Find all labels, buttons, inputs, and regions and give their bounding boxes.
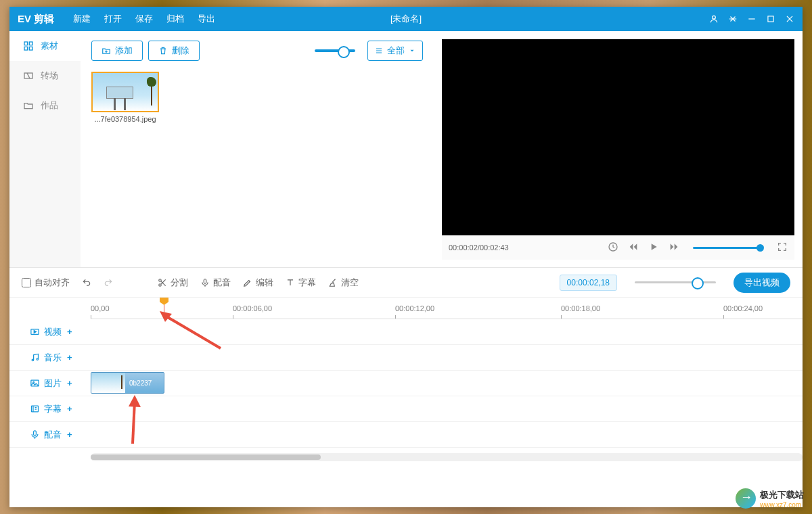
redo-button[interactable] xyxy=(104,278,113,287)
clear-button[interactable]: 清空 xyxy=(328,277,359,289)
filter-dropdown[interactable]: 全部 xyxy=(367,41,423,61)
subtitle-icon xyxy=(30,404,40,414)
timeline-timecode: 00:00:02,18 xyxy=(560,275,617,291)
settings-icon[interactable] xyxy=(728,14,738,24)
fullscreen-button[interactable] xyxy=(777,241,788,254)
svg-rect-4 xyxy=(24,47,28,50)
scissors-icon xyxy=(158,278,167,287)
track-label-subtitle: 字幕 xyxy=(44,403,62,415)
track-label-music: 音乐 xyxy=(44,352,62,364)
svg-rect-2 xyxy=(24,42,28,45)
track-dub: 配音 + xyxy=(9,422,803,448)
player-controls: 00:00:02/00:02:43 xyxy=(442,235,794,260)
subtitle-button[interactable]: 字幕 xyxy=(286,277,316,289)
media-thumbnail xyxy=(91,72,159,112)
transition-icon xyxy=(23,70,34,81)
dub-track-content[interactable] xyxy=(91,422,803,447)
track-label-video: 视频 xyxy=(44,326,62,338)
video-canvas[interactable] xyxy=(442,39,794,235)
chevron-down-icon xyxy=(409,47,415,54)
maximize-icon[interactable] xyxy=(766,14,775,24)
track-label-dub: 配音 xyxy=(44,429,62,441)
svg-point-0 xyxy=(713,16,716,19)
svg-point-12 xyxy=(32,359,34,361)
menu-save[interactable]: 保存 xyxy=(135,13,153,25)
timeline-scrollbar xyxy=(9,453,803,461)
mic-icon xyxy=(200,278,210,287)
sidebar-label-works: 作品 xyxy=(41,99,58,112)
music-icon xyxy=(30,352,40,363)
clip-thumbnail xyxy=(91,373,125,393)
rewind-button[interactable] xyxy=(628,241,639,254)
main-area: 素材 转场 作品 添加 删除 xyxy=(9,31,803,268)
video-track-content[interactable] xyxy=(91,319,803,344)
play-button[interactable] xyxy=(648,241,659,254)
dub-icon xyxy=(30,429,40,440)
text-icon xyxy=(286,278,295,287)
user-icon[interactable] xyxy=(709,14,719,24)
video-icon xyxy=(30,327,40,337)
add-folder-icon xyxy=(102,46,111,55)
track-label-image: 图片 xyxy=(44,377,62,390)
forward-button[interactable] xyxy=(669,241,679,254)
ruler-row: 00,00 00:00:06,00 00:00:12,00 00:00:18,0… xyxy=(9,298,803,319)
image-clip[interactable]: 0b2237 xyxy=(91,372,164,394)
sidebar-tab-works[interactable]: 作品 xyxy=(9,91,81,120)
undo-button[interactable] xyxy=(82,278,91,287)
add-video-track[interactable]: + xyxy=(67,327,72,337)
ruler-tick: 00:00:18,00 xyxy=(561,304,600,312)
app-logo: EV 剪辑 xyxy=(18,13,54,26)
ruler-tick: 00:00:24,00 xyxy=(723,304,763,312)
edit-button[interactable]: 编辑 xyxy=(243,277,273,289)
split-button[interactable]: 分割 xyxy=(158,277,188,289)
timeline-section: 自动对齐 分割 配音 编辑 字幕 清空 00:00:02,18 导出视频 00,… xyxy=(9,268,803,507)
svg-point-9 xyxy=(159,283,162,286)
playhead[interactable] xyxy=(164,298,164,319)
timeline-zoom-slider[interactable] xyxy=(635,281,716,283)
ruler-tick: 00,00 xyxy=(91,304,110,312)
tracks-area: 视频 + 音乐 + 图片 xyxy=(9,319,803,507)
minimize-icon[interactable] xyxy=(747,14,757,24)
subtitle-track-content[interactable] xyxy=(91,396,803,421)
add-image-track[interactable]: + xyxy=(67,378,72,388)
image-track-content[interactable]: 0b2237 xyxy=(91,371,803,396)
dub-button[interactable]: 配音 xyxy=(200,277,231,289)
loop-button[interactable] xyxy=(608,241,618,254)
scrollbar-thumb[interactable] xyxy=(91,454,321,460)
svg-rect-17 xyxy=(34,431,37,436)
menu-archive[interactable]: 归档 xyxy=(166,13,184,25)
menu-export[interactable]: 导出 xyxy=(198,13,215,25)
thumbnail-size-slider[interactable] xyxy=(315,49,355,52)
music-track-content[interactable] xyxy=(91,345,803,370)
export-video-button[interactable]: 导出视频 xyxy=(734,273,790,293)
time-ruler[interactable]: 00,00 00:00:06,00 00:00:12,00 00:00:18,0… xyxy=(91,298,803,319)
player-time: 00:00:02/00:02:43 xyxy=(449,243,509,252)
watermark-logo xyxy=(736,488,756,509)
sidebar-tab-material[interactable]: 素材 xyxy=(9,31,81,61)
add-subtitle-track[interactable]: + xyxy=(67,404,72,414)
close-icon[interactable] xyxy=(785,14,794,24)
svg-rect-10 xyxy=(204,279,206,283)
list-icon xyxy=(375,47,383,55)
ruler-tick: 00:00:12,00 xyxy=(395,304,434,312)
svg-rect-1 xyxy=(768,16,773,22)
menu-open[interactable]: 打开 xyxy=(104,13,122,25)
sidebar-label-material: 素材 xyxy=(41,40,58,52)
left-sidebar: 素材 转场 作品 xyxy=(9,31,81,267)
media-panel: 添加 删除 全部 ... xyxy=(81,31,434,267)
add-dub-track[interactable]: + xyxy=(67,429,72,440)
folder-icon xyxy=(23,100,34,111)
delete-button[interactable]: 删除 xyxy=(148,41,200,61)
media-item[interactable]: ...7fe0378954.jpeg xyxy=(91,72,159,123)
undo-icon xyxy=(82,278,91,287)
add-music-track[interactable]: + xyxy=(67,352,72,363)
menu-new[interactable]: 新建 xyxy=(73,13,91,25)
sidebar-tab-transition[interactable]: 转场 xyxy=(9,61,81,91)
preview-panel: 00:00:02/00:02:43 xyxy=(434,31,803,267)
auto-align-checkbox[interactable]: 自动对齐 xyxy=(22,277,70,289)
grid-icon xyxy=(23,41,34,51)
image-icon xyxy=(30,378,40,388)
volume-slider[interactable] xyxy=(693,247,761,249)
add-button[interactable]: 添加 xyxy=(91,41,143,61)
title-bar: EV 剪辑 新建 打开 保存 归档 导出 [未命名] xyxy=(9,7,803,31)
